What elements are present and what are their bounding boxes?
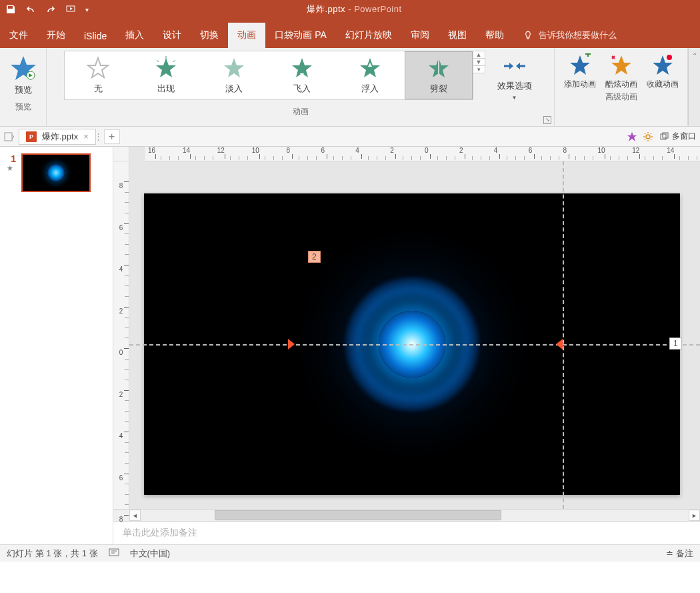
plugin-star-icon[interactable] <box>624 129 640 145</box>
gear-icon[interactable] <box>640 129 656 145</box>
svg-rect-30 <box>661 134 666 139</box>
appear-star-icon <box>154 56 178 80</box>
tab-islide[interactable]: iSlide <box>75 24 116 48</box>
tab-file[interactable]: 文件 <box>0 23 37 48</box>
notes-toggle-icon[interactable]: ≐ 备注 <box>666 548 693 560</box>
gallery-item-flyin[interactable]: 飞入 <box>269 51 337 99</box>
group-animation-label: 动画 <box>293 105 309 119</box>
gallery-label-split: 劈裂 <box>430 83 447 95</box>
gallery-item-split[interactable]: 劈裂 <box>405 51 473 99</box>
tab-animations[interactable]: 动画 <box>228 23 265 48</box>
flyin-star-icon <box>290 56 314 80</box>
svg-marker-13 <box>570 55 590 75</box>
save-icon[interactable] <box>5 4 16 15</box>
status-notes-label: 备注 <box>676 548 693 560</box>
scroll-thumb[interactable] <box>215 510 501 520</box>
spellcheck-icon[interactable] <box>109 547 119 560</box>
split-handle-left[interactable] <box>288 339 295 350</box>
add-star-icon <box>568 53 592 77</box>
workspace: 1 ★ 1614121086420246810121416 864202468 <box>0 147 700 544</box>
horizontal-ruler[interactable]: 1614121086420246810121416 <box>145 147 700 161</box>
multi-window-icon[interactable]: 多窗口 <box>656 129 700 145</box>
tab-review[interactable]: 审阅 <box>401 23 439 48</box>
document-tab[interactable]: P 爆炸.pptx × <box>19 129 96 145</box>
status-slide[interactable]: 幻灯片 第 1 张，共 1 张 <box>7 548 98 560</box>
svg-line-7 <box>173 60 175 62</box>
title-bar: ▾ 爆炸.pptx - PowerPoint <box>0 0 700 19</box>
doc-nav-icon[interactable] <box>0 127 19 146</box>
group-preview-label: 预览 <box>15 100 31 114</box>
svg-marker-20 <box>627 132 637 141</box>
tab-design[interactable]: 设计 <box>153 23 191 48</box>
redo-icon[interactable] <box>45 4 56 15</box>
split-handle-right[interactable] <box>556 339 563 350</box>
scroll-left-icon[interactable]: ◄ <box>129 510 141 521</box>
tab-view[interactable]: 视图 <box>439 23 476 48</box>
preview-button[interactable]: 预览 <box>3 51 43 100</box>
svg-rect-12 <box>438 57 439 79</box>
scroll-right-icon[interactable]: ► <box>689 510 700 521</box>
effect-options-button[interactable]: 效果选项 ▼ <box>492 51 537 105</box>
gallery-item-fade[interactable]: 淡入 <box>201 51 269 99</box>
notes-panel[interactable]: 单击此处添加备注 <box>113 521 700 544</box>
svg-marker-3 <box>88 58 108 77</box>
fav-animation-button[interactable]: 收藏动画 <box>643 51 682 90</box>
undo-icon[interactable] <box>25 4 36 15</box>
guide-horizontal[interactable] <box>129 344 700 346</box>
group-animation: 无 出现 淡入 飞入 浮入 <box>47 48 555 126</box>
gallery-label-flyin: 飞入 <box>293 83 311 95</box>
animation-tag-1[interactable]: 1 <box>669 338 682 350</box>
tab-insert[interactable]: 插入 <box>116 23 153 48</box>
gallery-more-icon[interactable]: ▾ <box>473 66 485 73</box>
ppt-icon: P <box>26 131 37 142</box>
tell-me-text: 告诉我你想要做什么 <box>539 29 617 41</box>
thumbnail-preview <box>21 153 91 192</box>
animation-gallery-wrap: 无 出现 淡入 飞入 浮入 <box>64 51 537 105</box>
tab-slideshow[interactable]: 幻灯片放映 <box>336 23 401 48</box>
scroll-track[interactable] <box>141 510 688 521</box>
tab-pocket[interactable]: 口袋动画 PA <box>265 23 336 48</box>
window-title: 爆炸.pptx - PowerPoint <box>89 3 620 15</box>
cool-animation-label: 酷炫动画 <box>605 79 637 90</box>
gallery-item-appear[interactable]: 出现 <box>133 51 201 99</box>
horizontal-scrollbar[interactable]: ◄ ► <box>113 509 700 521</box>
vertical-ruler[interactable]: 864202468 <box>113 161 129 509</box>
tell-me[interactable]: 告诉我你想要做什么 <box>513 23 626 48</box>
preview-label: 预览 <box>15 84 32 96</box>
close-icon[interactable]: × <box>83 131 89 141</box>
new-tab-button[interactable]: + <box>104 129 120 144</box>
title-sep: - <box>345 4 354 14</box>
bulb-icon <box>523 30 533 41</box>
tab-transitions[interactable]: 切换 <box>191 23 228 48</box>
svg-rect-31 <box>663 133 668 138</box>
app-name: PowerPoint <box>354 4 401 14</box>
gallery-item-none[interactable]: 无 <box>65 51 133 99</box>
add-animation-button[interactable]: 添加动画 <box>561 51 599 90</box>
svg-marker-8 <box>224 58 244 77</box>
guide-vertical[interactable] <box>563 161 564 509</box>
thumbnail-1[interactable]: 1 ★ <box>7 153 106 192</box>
gallery-up-icon[interactable]: ▲ <box>473 51 485 59</box>
dialog-launcher-icon[interactable]: ↘ <box>543 116 551 124</box>
split-star-icon <box>427 56 451 80</box>
start-slideshow-icon[interactable] <box>65 4 76 15</box>
gallery-item-floatin[interactable]: 浮入 <box>337 51 405 99</box>
animation-tag-2[interactable]: 2 <box>308 251 321 263</box>
group-preview: 预览 预览 <box>0 48 47 126</box>
fav-animation-label: 收藏动画 <box>647 79 679 90</box>
document-bar: P 爆炸.pptx × ⋮ + 多窗口 <box>0 127 700 147</box>
svg-point-18 <box>667 55 672 60</box>
status-lang[interactable]: 中文(中国) <box>130 548 171 560</box>
gallery-down-icon[interactable]: ▼ <box>473 59 485 66</box>
cool-animation-button[interactable]: 酷炫动画 <box>602 51 641 90</box>
tab-home[interactable]: 开始 <box>37 23 75 48</box>
chevron-down-icon: ▼ <box>512 95 517 101</box>
slide-canvas[interactable]: 2 1 <box>129 161 700 509</box>
gallery-label-fade: 淡入 <box>225 83 243 95</box>
thumb-number: 1 <box>7 153 16 164</box>
ribbon-tabs: 文件 开始 iSlide 插入 设计 切换 动画 口袋动画 PA 幻灯片放映 审… <box>0 19 700 48</box>
tab-help[interactable]: 帮助 <box>476 23 513 48</box>
ribbon-collapse-icon[interactable]: ⌃ <box>688 48 700 126</box>
notes-placeholder: 单击此处添加备注 <box>123 527 197 538</box>
svg-rect-19 <box>5 133 12 141</box>
